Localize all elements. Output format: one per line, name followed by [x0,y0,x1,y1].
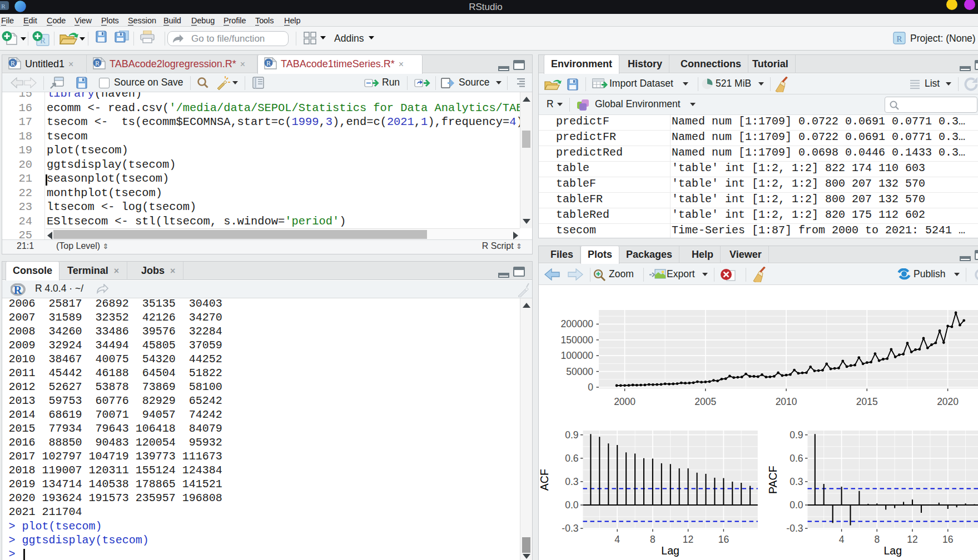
svg-text:R: R [11,59,15,67]
svg-text:0.6: 0.6 [565,453,578,464]
svg-text:0.0: 0.0 [565,499,579,511]
svg-text:4: 4 [839,534,845,545]
svg-text:R: R [95,59,100,67]
svg-text:200000: 200000 [561,318,594,329]
svg-text:0.9: 0.9 [565,429,578,441]
svg-text:-0.3: -0.3 [562,523,578,534]
svg-text:8: 8 [874,534,880,545]
svg-text:ACF: ACF [539,469,550,491]
svg-text:0.6: 0.6 [790,453,803,464]
svg-text:50000: 50000 [566,366,593,377]
svg-text:Lag: Lag [884,544,902,557]
svg-text:12: 12 [907,534,917,545]
svg-text:12: 12 [683,534,693,545]
svg-text:Lag: Lag [661,544,679,557]
svg-text:2000: 2000 [614,396,636,407]
svg-text:0.0: 0.0 [790,499,803,511]
svg-text:100000: 100000 [561,350,594,361]
svg-text:R: R [896,34,902,43]
svg-text:0.3: 0.3 [565,476,578,487]
svg-text:0: 0 [588,382,593,393]
svg-text:2015: 2015 [856,396,878,407]
svg-text:-0.3: -0.3 [786,523,803,534]
svg-text:8: 8 [650,534,656,545]
svg-text:4: 4 [614,534,620,545]
svg-text:16: 16 [718,534,729,545]
svg-text:R: R [14,284,22,296]
svg-text:150000: 150000 [561,334,594,346]
svg-text:R: R [266,59,271,67]
svg-text:2005: 2005 [694,396,716,407]
svg-text:PACF: PACF [767,466,779,494]
svg-text:2020: 2020 [937,396,959,407]
svg-text:0.3: 0.3 [790,476,803,487]
svg-text:16: 16 [942,534,953,545]
svg-text:2010: 2010 [776,396,797,407]
svg-text:0.9: 0.9 [790,429,803,441]
